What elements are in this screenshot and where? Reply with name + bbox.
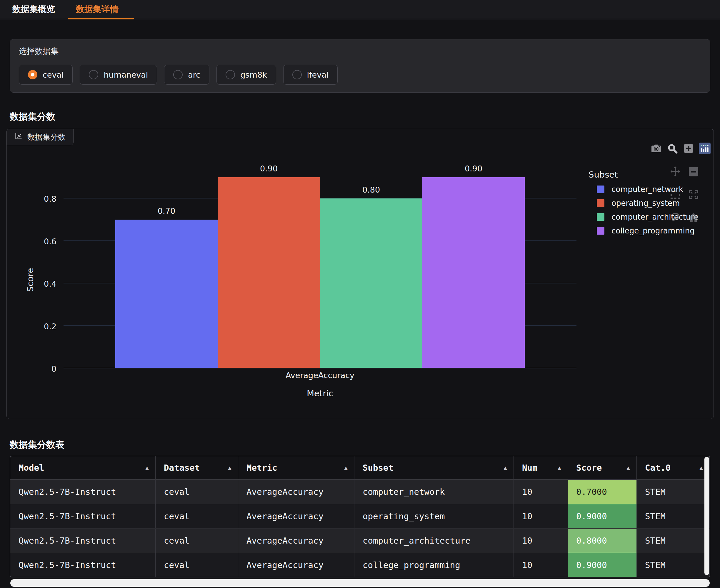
dataset-selector-label: 选择数据集 <box>19 46 59 57</box>
cell-dataset[interactable]: ceval <box>156 480 238 504</box>
column-header-subset[interactable]: Subset▲ <box>354 456 514 479</box>
reset-axes-home-icon[interactable] <box>687 211 700 224</box>
zoom-out-icon[interactable] <box>687 166 700 178</box>
y-tick-label: 0.2 <box>44 322 57 331</box>
column-header-metric[interactable]: Metric▲ <box>238 456 354 479</box>
sort-asc-icon: ▲ <box>503 464 507 471</box>
cell-subset[interactable]: computer_architecture <box>354 529 514 553</box>
bar-computer_architecture[interactable] <box>320 198 423 369</box>
table-horizontal-scrollbar[interactable] <box>10 579 710 587</box>
table-header-row: Model▲Dataset▲Metric▲Subset▲Num▲Score▲Ca… <box>10 456 710 480</box>
bar-operating_system[interactable] <box>218 177 320 369</box>
cell-model[interactable]: Qwen2.5-7B-Instruct <box>10 480 156 504</box>
score-table: Model▲Dataset▲Metric▲Subset▲Num▲Score▲Ca… <box>10 456 710 578</box>
active-tab-underline <box>68 18 134 19</box>
score-table-wrap: Model▲Dataset▲Metric▲Subset▲Num▲Score▲Ca… <box>10 456 710 587</box>
bar-value-label: 0.70 <box>115 206 218 215</box>
column-header-cat-0[interactable]: Cat.0▲ <box>637 456 710 479</box>
cell-num[interactable]: 10 <box>514 504 568 528</box>
cell-model[interactable]: Qwen2.5-7B-Instruct <box>10 553 156 577</box>
cell-metric[interactable]: AverageAccuracy <box>238 553 354 577</box>
table-row: Qwen2.5-7B-InstructcevalAverageAccuracyc… <box>10 553 710 577</box>
chart-card: 数据集分数 <box>6 129 714 419</box>
x-axis-title: Metric <box>115 388 525 398</box>
bar-computer_network[interactable] <box>115 219 218 369</box>
chart-tab-label: 数据集分数 <box>6 129 74 145</box>
radio-unselected-icon <box>173 70 183 79</box>
sort-asc-icon: ▲ <box>228 464 231 471</box>
cell-num[interactable]: 10 <box>514 480 568 504</box>
cell-score-heatmap[interactable]: 0.7000 <box>568 480 637 504</box>
column-header-num[interactable]: Num▲ <box>514 456 568 479</box>
legend-swatch-icon <box>597 213 604 221</box>
dataset-selector-panel: 选择数据集 cevalhumanevalarcgsm8kifeval <box>10 39 710 92</box>
dataset-radio-arc[interactable]: arc <box>164 65 209 85</box>
table-section-heading: 数据集分数表 <box>10 439 64 451</box>
cell-dataset[interactable]: ceval <box>156 529 238 553</box>
tab-dataset-overview[interactable]: 数据集概览 <box>12 0 55 19</box>
cell-score-heatmap[interactable]: 0.8000 <box>568 529 637 553</box>
bar-value-label: 0.80 <box>320 185 423 194</box>
dataset-radio-humaneval[interactable]: humaneval <box>80 65 157 85</box>
column-header-label: Dataset <box>164 463 200 473</box>
column-header-score[interactable]: Score▲ <box>568 456 637 479</box>
dataset-radio-ceval[interactable]: ceval <box>19 65 73 85</box>
column-header-label: Num <box>522 463 537 473</box>
legend-swatch-icon <box>597 186 604 193</box>
column-header-label: Metric <box>246 463 277 473</box>
radio-unselected-icon <box>226 70 235 79</box>
cell-cat0[interactable]: STEM <box>637 480 710 504</box>
dataset-radio-gsm8k[interactable]: gsm8k <box>217 65 276 85</box>
radio-label: ifeval <box>307 70 329 79</box>
radio-label: gsm8k <box>240 70 267 79</box>
cell-score-heatmap[interactable]: 0.9000 <box>568 553 637 577</box>
y-tick-label: 0 <box>52 364 57 373</box>
radio-unselected-icon <box>292 70 302 79</box>
cell-subset[interactable]: operating_system <box>354 504 514 528</box>
table-row: Qwen2.5-7B-InstructcevalAverageAccuracyc… <box>10 480 710 504</box>
lasso-select-icon[interactable] <box>669 211 681 224</box>
cell-model[interactable]: Qwen2.5-7B-Instruct <box>10 504 156 528</box>
table-vertical-scrollbar[interactable] <box>704 457 709 575</box>
cell-num[interactable]: 10 <box>514 553 568 577</box>
pan-icon[interactable] <box>669 166 681 178</box>
column-header-label: Cat.0 <box>645 463 671 473</box>
cell-dataset[interactable]: ceval <box>156 504 238 528</box>
cell-cat0[interactable]: STEM <box>637 529 710 553</box>
cell-subset[interactable]: college_programming <box>354 553 514 577</box>
cell-subset[interactable]: computer_network <box>354 480 514 504</box>
tab-dataset-details[interactable]: 数据集详情 <box>76 0 119 19</box>
plot-modebar <box>650 143 711 154</box>
cell-model[interactable]: Qwen2.5-7B-Instruct <box>10 529 156 553</box>
table-row: Qwen2.5-7B-InstructcevalAverageAccuracyc… <box>10 528 710 553</box>
table-row: Qwen2.5-7B-InstructcevalAverageAccuracyo… <box>10 504 710 528</box>
cell-dataset[interactable]: ceval <box>156 553 238 577</box>
cell-metric[interactable]: AverageAccuracy <box>238 480 354 504</box>
cell-cat0[interactable]: STEM <box>637 553 710 577</box>
page: 数据集概览 数据集详情 选择数据集 cevalhumanevalarcgsm8k… <box>0 0 720 588</box>
radio-label: ceval <box>43 70 64 79</box>
column-header-model[interactable]: Model▲ <box>10 456 156 479</box>
cell-num[interactable]: 10 <box>514 529 568 553</box>
x-axis-tick-label: AverageAccuracy <box>115 371 525 380</box>
column-header-label: Score <box>576 463 602 473</box>
column-header-label: Model <box>19 463 44 473</box>
dataset-radio-group: cevalhumanevalarcgsm8kifeval <box>19 65 338 85</box>
column-header-dataset[interactable]: Dataset▲ <box>156 456 238 479</box>
cell-metric[interactable]: AverageAccuracy <box>238 529 354 553</box>
table-body: Qwen2.5-7B-InstructcevalAverageAccuracyc… <box>10 480 710 577</box>
cell-metric[interactable]: AverageAccuracy <box>238 504 354 528</box>
dataset-radio-ifeval[interactable]: ifeval <box>283 65 338 85</box>
bar-college_programming[interactable] <box>423 177 525 369</box>
cell-score-heatmap[interactable]: 0.9000 <box>568 504 637 528</box>
cell-cat0[interactable]: STEM <box>637 504 710 528</box>
legend-item-college_programming[interactable]: college_programming <box>589 226 699 235</box>
zoom-in-icon[interactable] <box>683 143 694 154</box>
download-plot-camera-icon[interactable] <box>650 143 662 154</box>
legend-item-label: college_programming <box>612 226 695 235</box>
box-select-icon[interactable] <box>669 188 681 201</box>
autoscale-icon[interactable] <box>687 188 700 201</box>
plotly-logo-icon[interactable] <box>699 143 711 154</box>
bar-value-label: 0.90 <box>218 164 320 173</box>
zoom-icon[interactable] <box>666 143 678 154</box>
